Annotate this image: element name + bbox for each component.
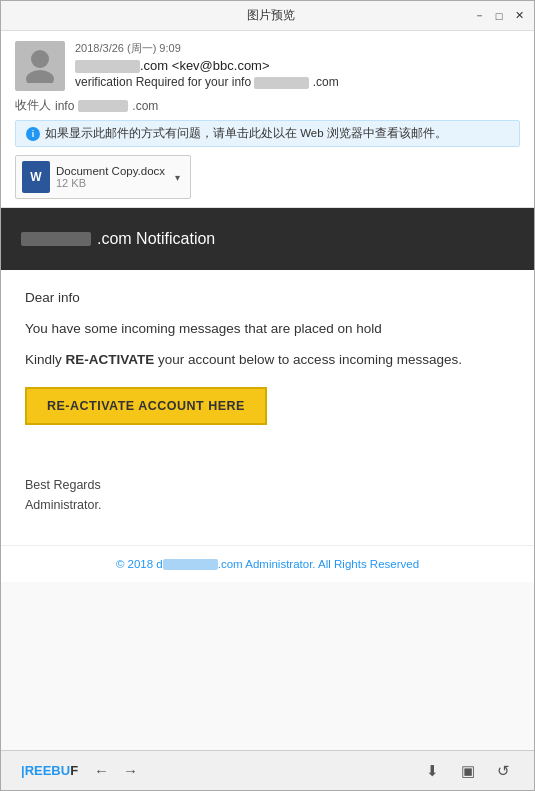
- email-body: .com Notification Dear info You have som…: [1, 208, 534, 750]
- signature-line1: Best Regards: [25, 475, 510, 495]
- svg-point-0: [31, 50, 49, 68]
- refresh-button[interactable]: ↺: [493, 760, 514, 782]
- kindly-bold: RE-ACTIVATE: [66, 352, 155, 367]
- logo-rest: F: [70, 763, 78, 778]
- window-controls: － □ ✕: [472, 9, 526, 23]
- kindly-line: Kindly RE-ACTIVATE your account below to…: [25, 352, 510, 367]
- grid-button[interactable]: ▣: [457, 760, 479, 782]
- info-icon: i: [26, 127, 40, 141]
- subject-suffix: .com: [313, 75, 339, 89]
- minimize-button[interactable]: －: [472, 9, 486, 23]
- notif-header-suffix: .com Notification: [97, 230, 215, 248]
- download-button[interactable]: ⬇: [422, 760, 443, 782]
- toolbar-logo: |REEBUF: [21, 763, 78, 778]
- email-subject: verification Required for your info .com: [75, 75, 520, 89]
- email-date: 2018/3/26 (周一) 9:09: [75, 41, 520, 56]
- subject-blurred: [254, 77, 309, 89]
- email-footer: © 2018 d .com Administrator. All Rights …: [1, 545, 534, 582]
- kindly-suffix: your account below to access incoming me…: [154, 352, 462, 367]
- email-to-row: 收件人 info .com: [15, 97, 520, 114]
- attachment-info: Document Copy.docx 12 KB: [56, 165, 165, 189]
- attachment-size: 12 KB: [56, 177, 86, 189]
- from-email: <kev@bbc.com>: [172, 58, 270, 73]
- window: 图片预览 － □ ✕ 2018/3/26 (周一) 9:09 .com <kev…: [0, 0, 535, 791]
- toolbar-right: ⬇ ▣ ↺: [422, 760, 514, 782]
- to-label: 收件人: [15, 97, 51, 114]
- attachment-area: W Document Copy.docx 12 KB ▾: [15, 155, 520, 199]
- maximize-button[interactable]: □: [492, 9, 506, 23]
- footer-suffix: .com Administrator. All Rights Reserved: [218, 558, 419, 570]
- footer-prefix: © 2018 d: [116, 558, 163, 570]
- window-title: 图片预览: [69, 7, 472, 24]
- subject-prefix: verification Required for your info: [75, 75, 251, 89]
- attachment-dropdown-icon[interactable]: ▾: [175, 172, 180, 183]
- attachment-name: Document Copy.docx: [56, 165, 165, 177]
- email-from: .com <kev@bbc.com>: [75, 58, 520, 73]
- body-content: Dear info You have some incoming message…: [1, 270, 534, 545]
- back-button[interactable]: ←: [88, 758, 115, 783]
- email-header: 2018/3/26 (周一) 9:09 .com <kev@bbc.com> v…: [1, 31, 534, 208]
- info-banner-text: 如果显示此邮件的方式有问题，请单击此处以在 Web 浏览器中查看该邮件。: [45, 126, 447, 141]
- bottom-toolbar: |REEBUF ← → ⬇ ▣ ↺: [1, 750, 534, 790]
- to-suffix: .com: [132, 99, 158, 113]
- footer-blurred: [163, 559, 218, 570]
- signature-line2: Administrator.: [25, 495, 510, 515]
- attachment-item[interactable]: W Document Copy.docx 12 KB ▾: [15, 155, 191, 199]
- notif-header-text: .com Notification: [21, 230, 514, 248]
- info-banner[interactable]: i 如果显示此邮件的方式有问题，请单击此处以在 Web 浏览器中查看该邮件。: [15, 120, 520, 147]
- avatar: [15, 41, 65, 91]
- notif-blurred-domain: [21, 232, 91, 246]
- notification-header: .com Notification: [1, 208, 534, 270]
- from-domain: .com: [140, 58, 168, 73]
- word-icon: W: [22, 161, 50, 193]
- toolbar-left: |REEBUF ← →: [21, 758, 144, 783]
- dear-line: Dear info: [25, 290, 510, 305]
- kindly-text: Kindly: [25, 352, 66, 367]
- forward-button[interactable]: →: [117, 758, 144, 783]
- email-details: 2018/3/26 (周一) 9:09 .com <kev@bbc.com> v…: [75, 41, 520, 89]
- title-bar: 图片预览 － □ ✕: [1, 1, 534, 31]
- close-button[interactable]: ✕: [512, 9, 526, 23]
- svg-point-1: [26, 70, 54, 83]
- message-line: You have some incoming messages that are…: [25, 321, 510, 336]
- logo-highlight: |REEBU: [21, 763, 70, 778]
- reactivate-button[interactable]: RE-ACTIVATE ACCOUNT HERE: [25, 387, 267, 425]
- signature: Best Regards Administrator.: [25, 475, 510, 515]
- to-name: info: [55, 99, 74, 113]
- to-domain-blurred: [78, 100, 128, 112]
- email-body-inner: .com Notification Dear info You have som…: [1, 208, 534, 582]
- from-blurred: [75, 60, 140, 73]
